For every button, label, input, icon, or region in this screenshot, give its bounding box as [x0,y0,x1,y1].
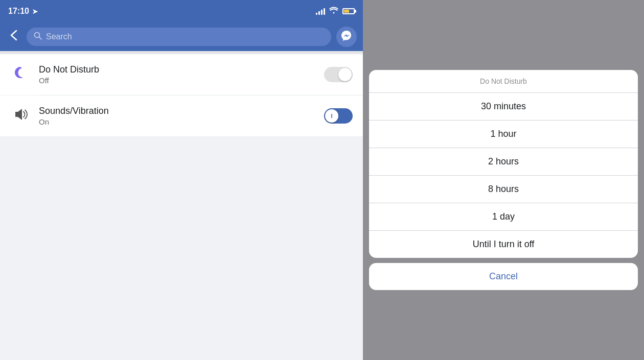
moon-icon [13,65,28,84]
do-not-disturb-row[interactable]: Do Not Disturb Off [0,54,363,95]
time-display: 17:10 [8,7,29,16]
action-sheet: Do Not Disturb 30 minutes 1 hour 2 hours… [369,70,638,258]
nav-bar: Search [0,22,363,51]
location-arrow-icon: ➤ [32,8,38,15]
do-not-disturb-title: Do Not Disturb [39,64,316,75]
messenger-button[interactable] [336,27,357,47]
action-item-1hour[interactable]: 1 hour [369,121,638,148]
cancel-button[interactable]: Cancel [369,263,638,290]
status-bar: 17:10 ➤ [0,0,363,22]
sounds-vibration-text: Sounds/Vibration On [39,106,316,126]
back-button[interactable] [6,28,21,46]
action-item-until-off[interactable]: Until I turn it off [369,231,638,258]
do-not-disturb-toggle-knob [338,68,352,81]
speaker-icon [13,107,28,126]
right-panel: Do Not Disturb 30 minutes 1 hour 2 hours… [363,0,644,360]
action-item-1day[interactable]: 1 day [369,203,638,231]
left-panel: 17:10 ➤ [0,0,363,360]
signal-bars-icon [316,8,325,15]
do-not-disturb-toggle[interactable] [324,67,353,82]
bar4 [324,8,325,15]
sounds-vibration-subtitle: On [39,117,316,126]
sounds-vibration-toggle[interactable] [324,108,353,124]
action-sheet-title: Do Not Disturb [369,70,638,93]
sounds-vibration-toggle-knob [325,109,338,123]
do-not-disturb-icon-container [10,64,31,85]
svg-line-1 [39,37,42,40]
bar3 [321,10,323,15]
bar1 [316,13,317,15]
sounds-icon-container [10,106,31,126]
do-not-disturb-text: Do Not Disturb Off [39,64,316,85]
search-icon [34,32,42,42]
action-item-8hours[interactable]: 8 hours [369,176,638,203]
sounds-vibration-row[interactable]: Sounds/Vibration On [0,95,363,136]
status-time: 17:10 ➤ [8,7,38,16]
do-not-disturb-subtitle: Off [39,76,316,85]
wifi-icon [329,7,338,16]
messenger-icon [341,30,352,43]
battery-fill [344,10,349,13]
search-bar[interactable]: Search [27,28,331,46]
sounds-vibration-title: Sounds/Vibration [39,106,316,116]
bar2 [318,11,320,15]
battery-icon [342,8,355,14]
action-item-2hours[interactable]: 2 hours [369,148,638,176]
svg-marker-2 [15,109,22,120]
status-icons [316,7,355,16]
search-placeholder: Search [46,32,72,41]
action-item-30min[interactable]: 30 minutes [369,93,638,121]
